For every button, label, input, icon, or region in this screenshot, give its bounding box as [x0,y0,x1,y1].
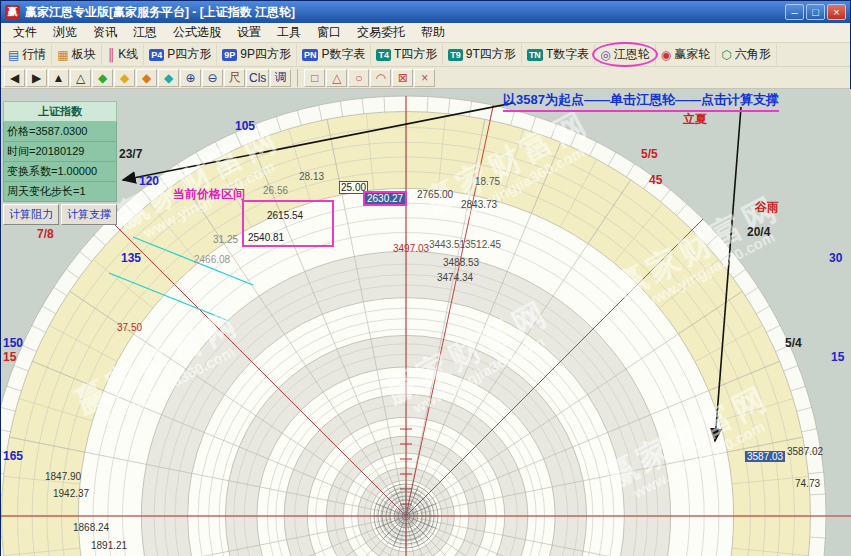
diamond-orange-icon[interactable]: ◆ [136,69,157,87]
diamond-yellow-icon[interactable]: ◆ [114,69,135,87]
close-button[interactable]: × [827,4,846,20]
toolbar-separator [292,69,298,87]
calc-support-button[interactable]: 计算支撑 [61,204,117,225]
cursor-icon[interactable]: ▲ [48,69,69,87]
calc-resistance-button[interactable]: 计算阻力 [3,204,59,225]
wheel-edge-label: 谷雨 [755,199,779,216]
back-arrow-icon[interactable]: ◀ [4,69,25,87]
menu-bar: 文件浏览资讯江恩公式选股设置工具窗口交易委托帮助 [1,23,850,43]
wheel-value-label: 1847.90 [45,471,81,482]
calc-buttons-row: 计算阻力计算支撑 [3,204,117,225]
index-info-panel: 上证指数 价格=3587.0300时间=20180129变换系数=1.00000… [3,101,117,225]
maximize-button[interactable]: □ [806,4,825,20]
delete-tool-icon[interactable]: × [414,69,435,87]
wheel-value-label: 1868.24 [73,522,109,533]
wheel-value-label: 18.75 [475,176,500,187]
toolbar-button-quote[interactable]: ▤行情 [3,44,52,65]
wheel-edge-label: 20/4 [747,225,770,239]
toolbar-button-label: 板块 [72,46,96,63]
toolbar-button-p-number-table[interactable]: PNP数字表 [297,44,372,65]
wheel-value-label: 2843.73 [461,199,497,210]
toolbar-button-nine-p-square[interactable]: 9P9P四方形 [217,44,297,65]
wheel-value-label: 3497.03 [393,243,429,254]
toolbar-button-label: 9P四方形 [240,46,291,63]
window-title: 赢家江恩专业版[赢家服务平台] - [上证指数 江恩轮] [25,4,783,21]
wheel-edge-label: 5/5 [641,147,658,161]
circle-tool-icon[interactable]: ○ [348,69,369,87]
wheel-edge-label: 45 [649,173,662,187]
t-number-table-icon: TN [527,49,543,61]
menu-item[interactable]: 窗口 [309,22,349,43]
diamond-green-icon[interactable]: ◆ [92,69,113,87]
toolbar-button-t-number-table[interactable]: TNT数字表 [522,44,595,65]
toolbar-button-gann-wheel[interactable]: ◎江恩轮 [595,44,655,65]
menu-item[interactable]: 交易委托 [349,22,413,43]
nine-p-square-icon: 9P [222,49,237,61]
index-info-row: 时间=20180129 [3,142,117,162]
menu-item[interactable]: 江恩 [125,22,165,43]
menu-item[interactable]: 帮助 [413,22,453,43]
wheel-selected-value: 2630.27 [363,191,407,206]
menu-item[interactable]: 工具 [269,22,309,43]
wheel-edge-label: 7/8 [37,227,54,241]
main-toolbar: ▤行情▦板块║K线P4P四方形9P9P四方形PNP数字表T4T四方形T99T四方… [1,43,850,67]
cls-button[interactable]: Cls [246,69,269,87]
arc-tool-icon[interactable]: ◠ [370,69,391,87]
toolbar-button-kline[interactable]: ║K线 [102,44,145,65]
toolbar-button-label: 江恩轮 [614,46,650,63]
toolbar-button-label: 行情 [22,46,46,63]
wheel-edge-label: 105 [235,119,255,133]
tools-toolbar: ◀▶▲△◆◆◆◆⊕⊖尺Cls调□△○◠⊠× [1,67,850,89]
wheel-value-label: 3587.02 [787,446,823,457]
toolbar-button-winner-wheel[interactable]: ◉赢家轮 [656,44,716,65]
index-info-row: 变换系数=1.00000 [3,162,117,182]
wheel-edge-label: 立夏 [683,111,707,128]
toolbar-button-label: 六角形 [735,46,771,63]
wheel-value-label: 37.50 [117,322,142,333]
index-info-row: 周天变化步长=1 [3,182,117,202]
forward-arrow-icon[interactable]: ▶ [26,69,47,87]
crossbox-tool-icon[interactable]: ⊠ [392,69,413,87]
wheel-edge-label: 30 [829,251,842,265]
toolbar-button-p-square[interactable]: P4P四方形 [144,44,217,65]
menu-item[interactable]: 浏览 [45,22,85,43]
toolbar-button-hexagon[interactable]: ⬡六角形 [716,44,776,65]
wheel-edge-label: 150 [3,336,23,350]
rect-tool-icon[interactable]: □ [304,69,325,87]
app-logo-icon: 赢 [5,5,20,20]
chart-area[interactable]: 赢家财富网www.yingjia360.com赢家财富网www.yingjia3… [1,89,851,556]
cursor-outline-icon[interactable]: △ [70,69,91,87]
hexagon-icon: ⬡ [721,49,731,61]
quote-icon: ▤ [8,49,19,61]
ruler-button[interactable]: 尺 [224,69,245,87]
menu-item[interactable]: 公式选股 [165,22,229,43]
zoom-out-icon[interactable]: ⊖ [202,69,223,87]
toolbar-button-sector[interactable]: ▦板块 [52,44,101,65]
winner-wheel-icon: ◉ [661,49,671,61]
wheel-value-label: 1891.21 [91,540,127,551]
application-window: 赢 赢家江恩专业版[赢家服务平台] - [上证指数 江恩轮] – □ × 文件浏… [0,0,851,556]
adjust-button[interactable]: 调 [270,69,291,87]
wheel-value-label: 3512.45 [465,239,501,250]
toolbar-button-label: 9T四方形 [466,46,516,63]
p-number-table-icon: PN [302,49,319,61]
menu-item[interactable]: 文件 [5,22,45,43]
sector-icon: ▦ [57,49,68,61]
menu-item[interactable]: 设置 [229,22,269,43]
toolbar-button-nine-t-square[interactable]: T99T四方形 [443,44,522,65]
diamond-teal-icon[interactable]: ◆ [158,69,179,87]
wheel-value-label: 31.25 [213,234,238,245]
gann-wheel-icon: ◎ [600,49,610,61]
triangle-tool-icon[interactable]: △ [326,69,347,87]
toolbar-button-label: K线 [118,46,138,63]
zoom-in-icon[interactable]: ⊕ [180,69,201,87]
wheel-edge-label: 15 [3,350,16,364]
menu-item[interactable]: 资讯 [85,22,125,43]
toolbar-button-label: P四方形 [167,46,211,63]
index-info-row: 价格=3587.0300 [3,122,117,142]
t-square-icon: T4 [376,49,391,61]
toolbar-button-t-square[interactable]: T4T四方形 [371,44,443,65]
wheel-selected-value: 3587.03 [745,451,785,462]
kline-icon: ║ [107,49,116,61]
minimize-button[interactable]: – [785,4,804,20]
